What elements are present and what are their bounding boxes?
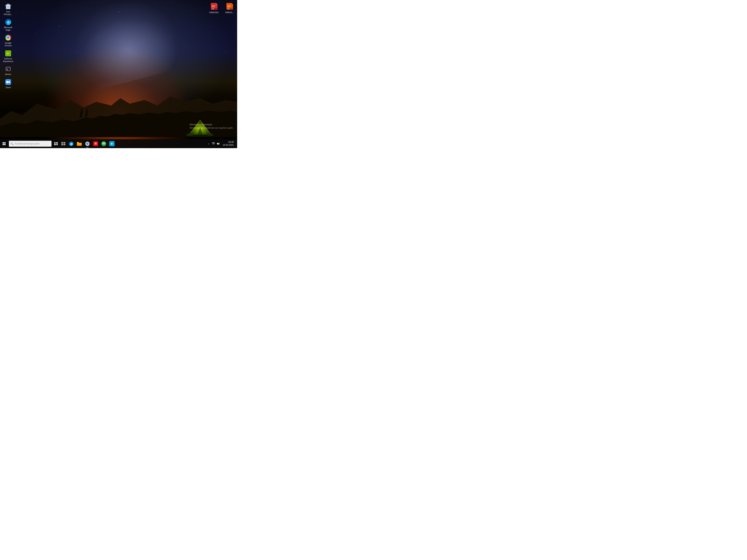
desktop-icon-zoom[interactable]: Zoom (1, 78, 15, 90)
svg-rect-27 (227, 7, 230, 7)
volume-tray-icon[interactable] (216, 141, 221, 147)
geforce-label: GeForceExperience (3, 57, 13, 63)
desktop-icon-recycle-bin[interactable]: GeriDönüşü... (1, 2, 15, 17)
geforce-icon: NV (5, 50, 11, 56)
taskbar-app-edge[interactable] (67, 139, 75, 148)
widgets-button[interactable] (60, 139, 67, 148)
edge-icon (5, 19, 11, 25)
drivers-label: drivers (5, 73, 11, 76)
zoom-label: Zoom (5, 86, 11, 89)
svg-rect-37 (63, 144, 66, 145)
taskbar-app-netflix[interactable]: N (92, 139, 100, 148)
svg-text:PDF: PDF (227, 8, 230, 10)
taskbar-app-file-explorer[interactable] (75, 139, 83, 148)
clock-date: 14.03.2021 (223, 144, 234, 147)
search-input-placeholder: Aramak için buraya yazın (15, 142, 50, 145)
desktop-icon-chrome[interactable]: GoogleChrome (1, 33, 15, 48)
svg-text:PDF: PDF (212, 8, 214, 10)
taskbar-explorer-icon (77, 141, 82, 146)
desktop-icon-kim101el-1[interactable]: PDF KIM101EL (207, 2, 221, 15)
show-desktop-button[interactable] (235, 139, 237, 148)
desktop-icon-kim101el-2[interactable]: PDF KIM101... (223, 2, 236, 15)
desktop-icons-left: GeriDönüşü... Microsoft Edge GoogleChrom… (1, 2, 15, 90)
svg-marker-38 (217, 142, 218, 145)
svg-marker-15 (9, 81, 10, 83)
svg-rect-20 (212, 7, 215, 7)
kim101el-1-label: KIM101EL (209, 11, 219, 14)
chevron-up-icon: ∧ (208, 143, 209, 145)
taskbar-spotify-icon (101, 141, 106, 146)
svg-rect-30 (54, 142, 56, 143)
taskbar-netflix-icon: N (93, 141, 98, 146)
svg-point-2 (207, 134, 214, 136)
windows-logo-icon (3, 142, 5, 145)
svg-rect-32 (54, 144, 56, 145)
start-button[interactable] (0, 139, 8, 148)
taskbar-search[interactable]: 🔍 Aramak için buraya yazın (9, 141, 52, 147)
svg-rect-33 (56, 144, 58, 145)
system-clock[interactable]: 23:45 14.03.2021 (221, 139, 235, 148)
taskbar-prime-icon: ▶ (109, 141, 114, 146)
desktop-icon-drivers[interactable]: drivers (1, 64, 15, 77)
clock-time: 23:45 (228, 141, 234, 144)
desktop-icon-geforce[interactable]: NV GeForceExperience (1, 49, 15, 64)
svg-rect-11 (6, 67, 10, 71)
svg-rect-34 (61, 142, 63, 143)
svg-rect-35 (63, 142, 66, 143)
tent (185, 116, 215, 137)
desktop-icon-edge[interactable]: Microsoft Edge (1, 18, 15, 33)
svg-rect-19 (212, 6, 214, 7)
svg-rect-6 (5, 5, 11, 5)
expand-tray-button[interactable]: ∧ (206, 141, 211, 147)
svg-rect-36 (61, 144, 63, 145)
desktop: Windows'u Etkinleştir Windows'u etkinleş… (0, 0, 237, 148)
svg-rect-31 (56, 142, 58, 143)
desktop-icons-right: PDF KIM101EL PDF KIM101... (207, 2, 237, 15)
svg-point-1 (186, 133, 194, 136)
edge-label: Microsoft Edge (2, 26, 14, 31)
svg-rect-13 (7, 69, 8, 70)
recycle-bin-label: GeriDönüşü... (4, 10, 12, 16)
svg-text:NV: NV (7, 53, 9, 54)
search-icon: 🔍 (10, 142, 14, 145)
svg-rect-14 (6, 81, 8, 83)
chrome-icon (5, 35, 11, 41)
taskbar-app-spotify[interactable] (100, 139, 108, 148)
svg-rect-18 (212, 5, 215, 6)
system-tray: ∧ (206, 139, 237, 148)
taskbar-app-prime[interactable]: ▶ (108, 139, 116, 148)
svg-rect-26 (227, 6, 230, 7)
chrome-label: GoogleChrome (4, 42, 12, 47)
svg-rect-25 (227, 5, 231, 6)
tray-icons: ∧ (206, 141, 221, 147)
zoom-icon (5, 79, 11, 85)
task-view-button[interactable] (52, 139, 60, 148)
taskbar: 🔍 Aramak için buraya yazın (0, 139, 237, 148)
kim101el-2-label: KIM101... (225, 11, 234, 14)
taskbar-edge-icon (69, 141, 74, 146)
taskbar-app-chrome[interactable] (83, 139, 92, 148)
taskbar-chrome-icon (85, 141, 90, 146)
network-tray-icon[interactable] (211, 141, 216, 147)
